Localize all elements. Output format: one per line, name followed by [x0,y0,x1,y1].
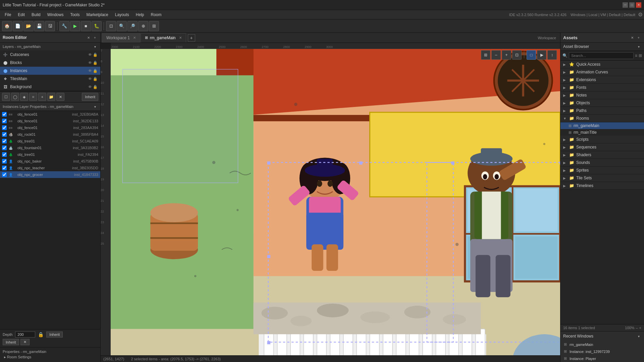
layer-background[interactable]: 🖼 Background 👁 🔒 [0,83,100,91]
section-quick-access-header[interactable]: ▶ ⭐ Quick Access [560,61,644,68]
instances-panel-collapse[interactable]: ▾ [92,104,98,109]
close-button[interactable]: ✕ [636,2,641,8]
props-lock-button[interactable]: ✕ [20,339,30,345]
zoom-reset-button[interactable]: ⊕ [138,21,148,31]
zoom-in-button[interactable]: 🔎 [127,21,138,31]
instance-tree-2-check[interactable] [2,152,7,157]
stop-button[interactable]: ■ [81,21,91,31]
assets-add-button[interactable]: + [636,35,641,40]
section-objects[interactable]: ▶ 📁 Objects [560,99,644,107]
save-button[interactable]: 💾 [34,21,44,31]
section-extensions-header[interactable]: ▶ 📁 Extensions [560,76,644,84]
room-editor-close-button[interactable]: ✕ [86,35,91,40]
recent-rm-gamemain[interactable]: ⊞ rm_gameMain [560,341,644,348]
new-button[interactable]: 📄 [13,21,23,31]
layer-cutscenes[interactable]: ➕ Cutscenes 👁 🔒 [0,51,100,59]
menu-file[interactable]: File [1,11,14,18]
add-tool-button[interactable]: + [38,93,46,101]
section-animation-curves-header[interactable]: ▶ 📁 Animation Curves [560,68,644,76]
props-inherit-button[interactable]: Inherit [3,339,19,345]
instance-fence-2[interactable]: ≡≡ obj_fence01 inst_362DE133 [0,118,100,124]
depth-input[interactable] [15,331,35,338]
add-instance-button[interactable]: ☐ [2,93,10,101]
menu-windows[interactable]: Windows [44,11,67,18]
instance-fountain-check[interactable] [2,145,7,150]
remove-tool-button[interactable]: ✕ [56,93,64,101]
view-button[interactable]: □ [527,50,536,60]
section-fonts-header[interactable]: ▶ 📁 Fonts [560,84,644,92]
depth-inherit-button[interactable]: Inherit [46,331,63,338]
instance-grocer-check[interactable] [2,172,7,177]
layers-collapse-button[interactable]: ▾ [92,44,98,49]
zoom-in-canvas-button[interactable]: + [502,50,511,60]
menu-build[interactable]: Build [28,11,44,18]
section-sprites-header[interactable]: ▶ 📁 Sprites [560,167,644,174]
room-editor-add-button[interactable]: + [92,35,98,40]
section-paths-header[interactable]: ▶ 📁 Paths [560,107,644,115]
clean-button[interactable]: 🔧 [59,21,69,31]
assets-close-button[interactable]: ✕ [630,35,635,40]
layer-blocks[interactable]: ⬤ Blocks 👁 🔒 [0,59,100,67]
search-input[interactable] [569,52,634,59]
zoom-decrease-button[interactable]: – [636,326,638,330]
zoom-out-button[interactable]: 🔍 [117,21,127,31]
section-animation-curves[interactable]: ▶ 📁 Animation Curves [560,68,644,76]
section-tilesets-header[interactable]: ▶ 📁 Tile Sets [560,174,644,182]
section-notes-header[interactable]: ▶ 📁 Notes [560,92,644,99]
debug-button[interactable]: 🐛 [92,21,102,31]
recent-windows-collapse[interactable]: ▾ [636,334,641,339]
snap-button[interactable]: ↕ [547,50,557,60]
menu-marketplace[interactable]: Marketplace [83,11,111,18]
folder-tool-button[interactable]: 📁 [47,93,55,101]
room-settings-link[interactable]: ▸ Room Settings [3,354,98,360]
depth-lock-icon[interactable]: 🔒 [38,332,44,337]
canvas-area[interactable]: 2000 2100 2200 2300 2400 2500 2600 2700 … [101,43,560,362]
grid-button[interactable]: ⊞ [481,50,490,60]
zoom-increase-button[interactable]: + [639,326,641,330]
settings-icon[interactable]: ⚙ [638,11,643,18]
instance-fence-1[interactable]: ≡≡ obj_fence01 inst_32EB0ABA [0,111,100,118]
blocks-eye-icon[interactable]: 👁 [88,61,92,65]
select-tool-button[interactable]: ⌗ [29,93,37,101]
filter-icon[interactable]: ≡ [635,53,637,58]
background-lock-icon[interactable]: 🔒 [93,85,98,89]
section-fonts[interactable]: ▶ 📁 Fonts [560,84,644,92]
section-shaders[interactable]: ▶ 📁 Shaders [560,151,644,159]
section-timelines-header[interactable]: ▶ 📁 Timelines [560,182,644,190]
instance-rock-check[interactable] [2,132,7,137]
section-paths[interactable]: ▶ 📁 Paths [560,107,644,115]
layer-instances[interactable]: ⬤ Instances 👁 🔒 [0,67,100,75]
instance-fence-3[interactable]: ≡≡ obj_fence01 inst_283AA394 [0,124,100,131]
section-timelines[interactable]: ▶ 📁 Timelines [560,182,644,190]
instance-fence-3-check[interactable] [2,125,7,130]
tab-workspace1-close[interactable]: ✕ [133,36,136,40]
instance-teacher[interactable]: 👤 obj_npc_teacher inst_3BE935DD [0,165,100,171]
instance-fence-1-check[interactable] [2,112,7,117]
layer-tilesmain[interactable]: ❖ TilesMain 👁 🔒 [0,75,100,83]
section-rooms[interactable]: ▼ 📁 Rooms ⊞ rm_gameMain ⊞ rm_mainTitle [560,115,644,136]
play-button[interactable]: ▶ [70,21,80,31]
tab-workspace1[interactable]: Workspace 1 ✕ [102,33,140,43]
room-rm-gamemain[interactable]: ⊞ rm_gameMain [560,122,644,129]
minimize-button[interactable]: ─ [623,2,628,8]
circle-tool-button[interactable]: ◯ [11,93,19,101]
instance-tree-1[interactable]: 🌲 obj_tree01 inst_5C1AEA09 [0,138,100,144]
section-sequences[interactable]: ▶ 📁 Sequences [560,143,644,151]
instance-fence-2-check[interactable] [2,119,7,123]
background-eye-icon[interactable]: 👁 [88,85,92,89]
paint-tool-button[interactable]: ◈ [20,93,28,101]
section-shaders-header[interactable]: ▶ 📁 Shaders [560,151,644,159]
inherit-button[interactable]: Inherit [82,93,98,101]
section-rooms-header[interactable]: ▼ 📁 Rooms [560,115,644,122]
menu-help[interactable]: Help [132,11,148,18]
section-objects-header[interactable]: ▶ 📁 Objects [560,99,644,107]
instance-tree-1-check[interactable] [2,139,7,143]
section-quick-access[interactable]: ▶ ⭐ Quick Access [560,61,644,68]
menu-edit[interactable]: Edit [14,11,28,18]
instance-rock[interactable]: 🪨 obj_rock01 inst_3895FBA4 [0,131,100,138]
room-rm-maintitle[interactable]: ⊞ rm_mainTitle [560,129,644,136]
maximize-button[interactable]: □ [629,2,635,8]
instance-grocer[interactable]: 👤 obj_npc_grocer inst_41847333 [0,171,100,178]
cutscenes-lock-icon[interactable]: 🔒 [93,53,98,57]
save-all-button[interactable]: 🖫 [45,21,55,31]
